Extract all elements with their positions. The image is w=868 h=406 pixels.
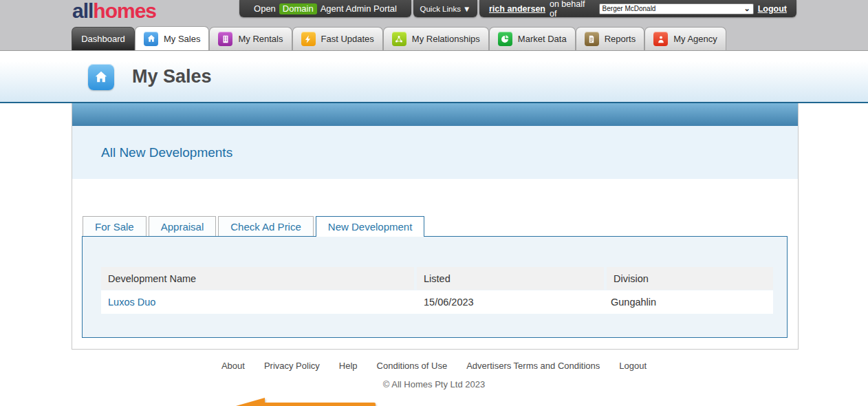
tab-market-data-label: Market Data <box>518 34 567 44</box>
cell-division: Gungahlin <box>604 290 773 314</box>
cell-listed: 15/06/2023 <box>417 290 604 314</box>
annotation-arrow-icon <box>236 398 377 406</box>
subtab-check-ad-price[interactable]: Check Ad Price <box>218 216 314 236</box>
footer-link-privacy-policy[interactable]: Privacy Policy <box>264 361 320 371</box>
development-link[interactable]: Luxos Duo <box>108 297 155 308</box>
footer-links: About Privacy Policy Help Conditions of … <box>0 361 868 371</box>
subtab-appraisal-label: Appraisal <box>161 221 204 233</box>
section-header: All New Developments <box>72 126 798 179</box>
domain-badge: Domain <box>279 3 317 14</box>
header-listed: Listed <box>417 267 604 290</box>
tab-market-data[interactable]: Market Data <box>489 27 576 50</box>
tab-fast-updates[interactable]: Fast Updates <box>292 27 383 50</box>
chevron-down-icon: ⌄ <box>744 5 750 12</box>
developments-table: Development Name Listed Division Luxos D… <box>101 267 773 314</box>
tab-my-agency[interactable]: My Agency <box>644 27 726 50</box>
table-header-row: Development Name Listed Division <box>101 267 773 290</box>
house-icon <box>88 64 114 90</box>
building-icon <box>218 32 232 46</box>
tab-reports-label: Reports <box>605 34 636 44</box>
tab-my-relationships-label: My Relationships <box>412 34 480 44</box>
arrow-head <box>236 398 265 406</box>
table-row: Luxos Duo 15/06/2023 Gungahlin <box>101 290 773 314</box>
lightning-icon <box>301 32 316 46</box>
tab-my-rentals[interactable]: My Rentals <box>209 27 292 50</box>
subtab-check-ad-price-label: Check Ad Price <box>230 221 301 233</box>
pie-chart-icon <box>498 32 512 46</box>
tab-dashboard-label: Dashboard <box>81 34 125 44</box>
logo-part-homes: homes <box>93 0 156 22</box>
tab-my-sales-label: My Sales <box>164 34 200 44</box>
section-title: All New Developments <box>72 145 232 160</box>
page-header-band: My Sales <box>0 51 868 103</box>
footer-link-about[interactable]: About <box>221 361 245 371</box>
tab-my-sales[interactable]: My Sales <box>135 26 209 50</box>
copyright-text: © All Homes Pty Ltd 2023 <box>0 379 868 389</box>
agency-select-value: Berger McDonald <box>603 5 656 12</box>
person-icon <box>653 32 668 46</box>
user-name-link[interactable]: rich andersen <box>489 4 545 14</box>
footer-link-logout[interactable]: Logout <box>619 361 647 371</box>
agent-admin-portal-screen: allhomes Open Domain Agent Admin Portal … <box>0 0 868 406</box>
report-icon <box>585 32 599 46</box>
allhomes-logo[interactable]: allhomes <box>72 0 156 23</box>
logo-part-all: all <box>72 0 93 22</box>
content-column: All New Developments For Sale Appraisal … <box>72 103 799 350</box>
tab-my-agency-label: My Agency <box>673 34 717 44</box>
portal-button-prefix: Open <box>254 3 276 14</box>
subtab-new-development-label: New Development <box>328 221 413 233</box>
main-nav-tabs: Dashboard My Sales My Rentals Fast Updat… <box>72 26 726 50</box>
footer-link-help[interactable]: Help <box>339 361 358 371</box>
quick-links-button[interactable]: Quick Links ▼ <box>413 0 477 17</box>
header-division: Division <box>607 267 773 290</box>
tab-fast-updates-label: Fast Updates <box>321 34 374 44</box>
agency-select[interactable]: Berger McDonald ⌄ <box>599 3 754 14</box>
footer-link-conditions-of-use[interactable]: Conditions of Use <box>377 361 448 371</box>
subtab-appraisal[interactable]: Appraisal <box>149 216 217 236</box>
on-behalf-of-label: on behalf of <box>550 0 592 19</box>
user-session-bar: rich andersen on behalf of Berger McDona… <box>479 0 796 17</box>
portal-button-suffix: Agent Admin Portal <box>321 3 397 14</box>
cell-development-name: Luxos Duo <box>101 290 417 314</box>
quick-links-label: Quick Links ▼ <box>420 5 470 13</box>
logout-link-top[interactable]: Logout <box>758 4 787 14</box>
page-title: My Sales <box>132 66 212 87</box>
tab-my-rentals-label: My Rentals <box>238 34 283 44</box>
open-domain-portal-button[interactable]: Open Domain Agent Admin Portal <box>239 0 411 17</box>
section-top-bar <box>72 103 798 126</box>
network-icon <box>392 32 406 46</box>
tab-reports[interactable]: Reports <box>576 27 645 50</box>
subtab-for-sale-label: For Sale <box>95 221 134 233</box>
tab-dashboard[interactable]: Dashboard <box>72 27 135 50</box>
footer-link-advertisers-terms[interactable]: Advertisers Terms and Conditions <box>466 361 600 371</box>
header-development-name: Development Name <box>101 267 414 290</box>
arrow-shaft <box>263 403 376 406</box>
house-icon <box>144 32 158 46</box>
subtab-for-sale[interactable]: For Sale <box>83 216 147 236</box>
new-development-panel: Development Name Listed Division Luxos D… <box>82 236 788 338</box>
listing-type-tabs: For Sale Appraisal Check Ad Price New De… <box>83 216 424 236</box>
tab-my-relationships[interactable]: My Relationships <box>383 27 489 50</box>
top-bar: allhomes Open Domain Agent Admin Portal … <box>0 0 868 51</box>
subtab-new-development[interactable]: New Development <box>316 216 425 237</box>
